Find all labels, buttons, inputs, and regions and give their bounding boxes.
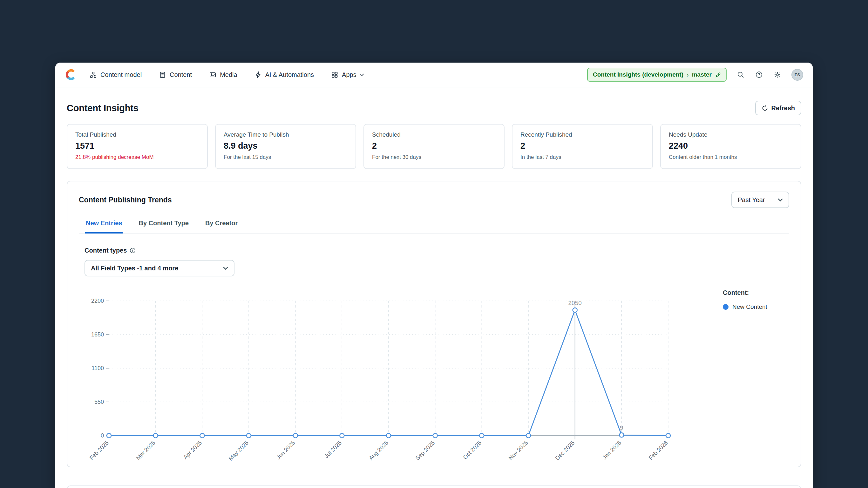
env-space-label: Content Insights (development) bbox=[593, 71, 683, 78]
navbar-right-cluster: Content Insights (development) › master bbox=[587, 68, 803, 82]
chevron-down-icon bbox=[223, 266, 228, 271]
svg-text:550: 550 bbox=[94, 399, 104, 405]
field-types-value: All Field Types -1 and 4 more bbox=[91, 265, 178, 272]
stat-subtext: In the last 7 days bbox=[520, 154, 644, 160]
nav-item-content-model[interactable]: Content model bbox=[90, 71, 142, 79]
search-icon bbox=[737, 71, 744, 79]
env-branch-label: master bbox=[692, 71, 712, 78]
nav-item-label: Media bbox=[220, 71, 237, 79]
trends-tabs: New Entries By Content Type By Creator bbox=[79, 217, 789, 234]
refresh-button[interactable]: Refresh bbox=[755, 101, 801, 115]
lightning-icon bbox=[254, 71, 262, 79]
svg-text:1100: 1100 bbox=[92, 365, 104, 371]
svg-text:Jun 2025: Jun 2025 bbox=[275, 440, 297, 461]
nav-item-media[interactable]: Media bbox=[209, 71, 237, 79]
svg-text:Jul 2025: Jul 2025 bbox=[323, 440, 343, 459]
content-types-label: Content types bbox=[85, 247, 127, 254]
tab-by-content-type[interactable]: By Content Type bbox=[138, 217, 189, 233]
refresh-label: Refresh bbox=[771, 104, 795, 112]
stat-card-total-published: Total Published 1571 21.8% publishing de… bbox=[67, 124, 208, 169]
stat-label: Recently Published bbox=[520, 131, 644, 138]
nav-item-label: Apps bbox=[342, 71, 356, 79]
nav-item-content[interactable]: Content bbox=[159, 71, 192, 79]
contentful-logo-icon[interactable] bbox=[65, 68, 78, 81]
nav-item-apps[interactable]: Apps bbox=[331, 71, 364, 79]
page-title: Content Insights bbox=[67, 103, 138, 114]
user-avatar[interactable]: ES bbox=[792, 69, 803, 81]
next-section-card bbox=[67, 485, 801, 488]
env-separator: › bbox=[687, 71, 689, 79]
field-types-select[interactable]: All Field Types -1 and 4 more bbox=[85, 260, 235, 276]
svg-text:Sep 2025: Sep 2025 bbox=[414, 440, 436, 462]
svg-text:Apr 2025: Apr 2025 bbox=[182, 440, 203, 461]
trends-header: Content Publishing Trends Past Year bbox=[79, 191, 789, 208]
svg-text:Mar 2025: Mar 2025 bbox=[135, 440, 157, 461]
stat-card-recently-published: Recently Published 2 In the last 7 days bbox=[512, 124, 653, 169]
content-types-label-row: Content types bbox=[85, 247, 789, 254]
chevron-down-icon bbox=[778, 197, 783, 203]
svg-text:Feb 2025: Feb 2025 bbox=[88, 440, 110, 461]
stat-value: 2240 bbox=[669, 141, 793, 151]
environment-pill[interactable]: Content Insights (development) › master bbox=[587, 68, 726, 82]
gear-icon bbox=[774, 71, 781, 79]
app-window: Content model Content Media bbox=[55, 63, 813, 488]
page-header: Content Insights Refresh bbox=[67, 101, 801, 115]
stat-label: Average Time to Publish bbox=[224, 131, 348, 138]
stat-cards-row: Total Published 1571 21.8% publishing de… bbox=[67, 124, 801, 169]
svg-text:Nov 2025: Nov 2025 bbox=[507, 440, 529, 462]
nav-item-label: Content bbox=[170, 71, 192, 79]
svg-text:0: 0 bbox=[101, 432, 104, 439]
svg-text:Jan 2026: Jan 2026 bbox=[601, 440, 623, 461]
help-icon bbox=[755, 71, 763, 79]
tab-by-creator[interactable]: By Creator bbox=[205, 217, 238, 233]
search-button[interactable] bbox=[736, 70, 745, 79]
stat-subtext: Content older than 1 months bbox=[669, 154, 793, 160]
help-button[interactable] bbox=[754, 70, 764, 79]
tab-new-entries[interactable]: New Entries bbox=[85, 217, 123, 234]
svg-text:2200: 2200 bbox=[91, 298, 104, 304]
nav-item-ai-automations[interactable]: AI & Automations bbox=[254, 71, 314, 79]
main-content: Content Insights Refresh Total Published… bbox=[55, 101, 813, 488]
stat-subtext: For the last 15 days bbox=[224, 154, 348, 160]
content-icon bbox=[159, 71, 166, 79]
nav-menu: Content model Content Media bbox=[90, 71, 364, 79]
legend-dot-icon bbox=[723, 304, 728, 310]
info-icon[interactable] bbox=[130, 247, 136, 253]
stat-value: 1571 bbox=[75, 141, 199, 151]
stat-card-average-time: Average Time to Publish 8.9 days For the… bbox=[215, 124, 356, 169]
svg-text:May 2025: May 2025 bbox=[227, 440, 250, 462]
stat-subtext: 21.8% publishing decrease MoM bbox=[75, 154, 199, 160]
svg-text:Aug 2025: Aug 2025 bbox=[368, 440, 390, 462]
trends-title: Content Publishing Trends bbox=[79, 196, 172, 204]
chart-area: 2200165011005500Feb 2025Mar 2025Apr 2025… bbox=[79, 286, 789, 462]
media-icon bbox=[209, 71, 216, 79]
rocket-icon bbox=[715, 72, 721, 78]
stat-value: 8.9 days bbox=[224, 141, 348, 151]
nav-item-label: AI & Automations bbox=[265, 71, 314, 79]
svg-text:2050: 2050 bbox=[568, 300, 582, 306]
legend-item-new-content[interactable]: New Content bbox=[723, 303, 767, 310]
top-navbar: Content model Content Media bbox=[55, 63, 813, 87]
stat-card-needs-update: Needs Update 2240 Content older than 1 m… bbox=[660, 124, 801, 169]
settings-button[interactable] bbox=[773, 70, 782, 79]
stat-subtext: For the next 30 days bbox=[372, 154, 496, 160]
svg-text:Feb 2026: Feb 2026 bbox=[648, 440, 669, 461]
publishing-trends-card: Content Publishing Trends Past Year New … bbox=[67, 181, 801, 467]
stat-label: Total Published bbox=[75, 131, 199, 138]
apps-icon bbox=[331, 71, 338, 79]
content-model-icon bbox=[90, 71, 97, 79]
avatar-initials: ES bbox=[795, 72, 800, 77]
svg-text:Dec 2025: Dec 2025 bbox=[554, 440, 576, 462]
refresh-icon bbox=[762, 105, 768, 112]
stat-label: Needs Update bbox=[669, 131, 793, 138]
stat-value: 2 bbox=[520, 141, 644, 151]
chart-legend: Content: New Content bbox=[723, 286, 767, 310]
svg-text:Oct 2025: Oct 2025 bbox=[462, 440, 483, 461]
chevron-down-icon bbox=[359, 72, 364, 77]
date-range-select[interactable]: Past Year bbox=[732, 191, 789, 208]
nav-item-label: Content model bbox=[100, 71, 142, 79]
svg-text:9: 9 bbox=[620, 424, 623, 431]
stat-value: 2 bbox=[372, 141, 496, 151]
stat-label: Scheduled bbox=[372, 131, 496, 138]
trends-line-chart[interactable]: 2200165011005500Feb 2025Mar 2025Apr 2025… bbox=[79, 286, 709, 462]
